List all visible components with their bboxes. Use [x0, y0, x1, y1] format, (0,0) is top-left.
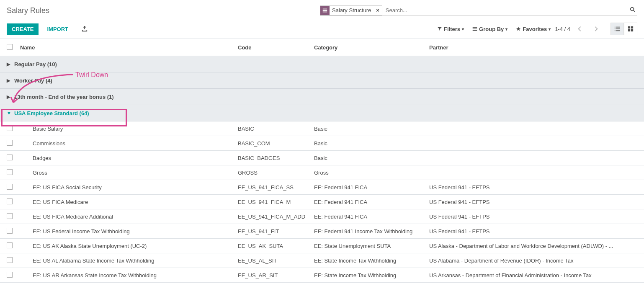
cell-category: EE: State Income Tax Withholding — [314, 258, 429, 264]
import-button[interactable]: IMPORT — [42, 23, 73, 35]
group-row[interactable]: ▶Worker Pay (4) — [0, 72, 644, 89]
cell-partner: US Federal 941 - EFTPS — [429, 228, 637, 234]
cell-code: EE_US_AK_SUTA — [238, 243, 314, 249]
caret-down-icon: ▾ — [549, 27, 551, 31]
cell-name: Commissions — [20, 140, 238, 147]
cell-code: EE_US_941_FICA_SS — [238, 184, 314, 191]
svg-rect-1 — [323, 10, 327, 11]
svg-point-3 — [631, 8, 634, 11]
row-checkbox[interactable] — [7, 213, 13, 219]
table-row[interactable]: EE: US FICA Social SecurityEE_US_941_FIC… — [0, 180, 644, 195]
row-checkbox[interactable] — [7, 184, 13, 190]
cell-code: GROSS — [238, 170, 314, 176]
facet-label: Salary Structure — [330, 7, 374, 13]
table-row[interactable]: EE: US FICA MedicareEE_US_941_FICA_MEE: … — [0, 195, 644, 209]
cell-code: BASIC_BADGES — [238, 155, 314, 161]
caret-right-icon: ▶ — [7, 94, 12, 100]
favorites-dropdown[interactable]: Favorites ▾ — [512, 23, 555, 35]
svg-rect-9 — [616, 27, 620, 28]
cell-partner: US Federal 941 - EFTPS — [429, 184, 637, 191]
bars-icon — [320, 6, 330, 15]
column-header-code[interactable]: Code — [238, 44, 314, 51]
cell-category: EE: Federal 941 FICA — [314, 214, 429, 220]
cell-name: EE: US FICA Medicare — [20, 199, 238, 205]
select-all-checkbox[interactable] — [7, 44, 13, 50]
row-checkbox[interactable] — [7, 272, 13, 278]
cell-code: EE_US_941_FICA_M — [238, 199, 314, 205]
caret-right-icon: ▶ — [7, 62, 12, 67]
cell-code: BASIC — [238, 126, 314, 132]
export-button[interactable] — [79, 23, 90, 34]
search-input[interactable] — [382, 5, 628, 15]
cell-code: BASIC_COM — [238, 140, 314, 147]
group-label: USA Employee Standard (64) — [14, 110, 89, 116]
svg-rect-6 — [473, 28, 477, 29]
cell-category: EE: State Income Tax Withholding — [314, 272, 429, 278]
column-header-category[interactable]: Category — [314, 44, 429, 51]
cell-name: Gross — [20, 170, 238, 176]
row-checkbox[interactable] — [7, 169, 13, 175]
search-facet[interactable]: Salary Structure × — [320, 5, 382, 15]
group-row[interactable]: ▶Regular Pay (10) — [0, 56, 644, 72]
svg-rect-12 — [615, 31, 616, 31]
kanban-view-button[interactable] — [624, 23, 637, 35]
caret-down-icon: ▼ — [7, 111, 12, 116]
row-checkbox[interactable] — [7, 155, 13, 160]
column-header-name[interactable]: Name — [20, 44, 238, 51]
cell-name: EE: US Federal Income Tax Withholding — [20, 228, 238, 234]
cell-category: EE: Federal 941 FICA — [314, 184, 429, 191]
row-checkbox[interactable] — [7, 228, 13, 234]
cell-category: EE: Federal 941 FICA — [314, 199, 429, 205]
table-row[interactable]: EE: US Federal Income Tax WithholdingEE_… — [0, 224, 644, 239]
prev-page-button[interactable] — [574, 23, 586, 35]
row-checkbox[interactable] — [7, 125, 13, 131]
table-row[interactable]: EE: US AR Arkansas State Income Tax With… — [0, 268, 644, 283]
filters-dropdown[interactable]: Filters ▾ — [433, 23, 468, 35]
cell-code: EE_US_941_FICA_M_ADD — [238, 214, 314, 220]
search-bar[interactable]: Salary Structure × — [320, 5, 637, 16]
list-header: Name Code Category Partner — [0, 39, 644, 56]
search-icon[interactable] — [628, 7, 637, 14]
groupby-dropdown[interactable]: Group By ▾ — [468, 23, 512, 35]
cell-name: EE: US FICA Medicare Additional — [20, 214, 238, 220]
cell-code: EE_US_AR_SIT — [238, 272, 314, 278]
table-row[interactable]: CommissionsBASIC_COMBasic — [0, 136, 644, 151]
row-checkbox[interactable] — [7, 257, 13, 263]
caret-down-icon: ▾ — [462, 27, 464, 31]
row-checkbox[interactable] — [7, 198, 13, 204]
cell-name: EE: US AK Alaska State Unemployment (UC-… — [20, 243, 238, 249]
row-checkbox[interactable] — [7, 140, 13, 146]
table-row[interactable]: GrossGROSSGross — [0, 165, 644, 180]
cell-name: EE: US AL Alabama State Income Tax Withh… — [20, 258, 238, 264]
row-checkbox[interactable] — [7, 242, 13, 248]
cell-name: EE: US AR Arkansas State Income Tax With… — [20, 272, 238, 278]
create-button[interactable]: CREATE — [7, 23, 39, 35]
cell-category: EE: Federal 941 Income Tax Withholding — [314, 228, 429, 234]
table-row[interactable]: EE: US FICA Medicare AdditionalEE_US_941… — [0, 209, 644, 224]
cell-partner: US Alaska - Department of Labor and Work… — [429, 243, 637, 249]
group-row[interactable]: ▼USA Employee Standard (64) — [0, 105, 644, 121]
cell-category: Basic — [314, 140, 429, 147]
table-row[interactable]: EE: US AK Alaska State Unemployment (UC-… — [0, 239, 644, 253]
table-row[interactable]: Basic SalaryBASICBasic — [0, 121, 644, 136]
list-view-button[interactable] — [611, 23, 624, 35]
column-header-partner[interactable]: Partner — [429, 44, 637, 51]
svg-rect-17 — [631, 29, 633, 31]
svg-rect-13 — [616, 31, 620, 31]
cell-code: EE_US_941_FIT — [238, 228, 314, 234]
next-page-button[interactable] — [590, 23, 602, 35]
svg-rect-8 — [615, 27, 616, 28]
cell-partner: US Federal 941 - EFTPS — [429, 214, 637, 220]
table-row[interactable]: EE: US AL Alabama State Income Tax Withh… — [0, 253, 644, 268]
list-view: Name Code Category Partner ▶Regular Pay … — [0, 39, 644, 283]
groupby-label: Group By — [479, 26, 504, 32]
cell-category: EE: State Unemployment SUTA — [314, 243, 429, 249]
group-label: 13th month - End of the year bonus (1) — [14, 94, 114, 100]
facet-remove-icon[interactable]: × — [374, 7, 382, 13]
svg-rect-2 — [323, 11, 327, 12]
group-row[interactable]: ▶13th month - End of the year bonus (1) — [0, 89, 644, 105]
page-title: Salary Rules — [7, 6, 49, 15]
pager-text[interactable]: 1-4 / 4 — [555, 26, 570, 32]
table-row[interactable]: BadgesBASIC_BADGESBasic — [0, 151, 644, 165]
cell-name: Basic Salary — [20, 126, 238, 132]
